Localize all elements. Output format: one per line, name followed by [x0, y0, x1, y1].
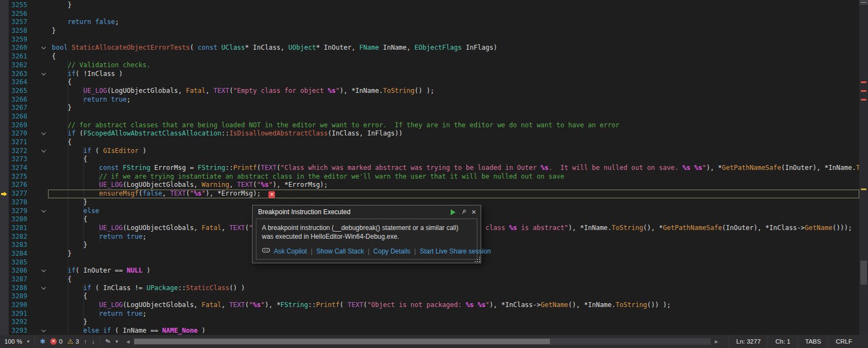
breakpoint-margin-cell[interactable]	[0, 61, 9, 70]
breakpoint-margin-cell[interactable]	[0, 155, 9, 164]
breakpoint-margin-cell[interactable]	[0, 138, 9, 147]
code-line[interactable]: 3256	[0, 10, 859, 19]
breakpoint-margin-cell[interactable]	[0, 310, 9, 318]
code-line[interactable]: 3289 {	[0, 292, 859, 301]
vertical-scrollbar-thumb[interactable]	[860, 261, 867, 285]
code-line[interactable]: 3267 }	[0, 104, 859, 113]
breakpoint-margin-cell[interactable]	[0, 327, 9, 335]
breakpoint-margin-cell[interactable]	[0, 233, 9, 241]
execution-pointer-margin[interactable]	[0, 190, 9, 198]
breakpoint-margin-cell[interactable]	[0, 147, 9, 156]
code-line[interactable]: 3268	[0, 113, 859, 121]
code-line[interactable]: 3274 const FString ErrorMsg = FString::P…	[0, 164, 859, 173]
breakpoint-margin-cell[interactable]	[0, 113, 9, 121]
horizontal-scrollbar[interactable]	[134, 338, 711, 345]
code-line[interactable]: 3288 if ( InClass != UPackage::StaticCla…	[0, 284, 859, 293]
breakpoint-margin-cell[interactable]	[0, 44, 9, 52]
code-line[interactable]: 3262 // Validation checks.	[0, 61, 859, 70]
error-count-badge[interactable]: ✕ 0	[50, 338, 62, 345]
navigate-next-button[interactable]: ↓	[92, 338, 95, 345]
fold-chevron-icon[interactable]	[39, 147, 48, 156]
breakpoint-margin-cell[interactable]	[0, 27, 9, 36]
line-indicator[interactable]: Ln: 3277	[729, 335, 768, 348]
breakpoint-margin-cell[interactable]	[0, 241, 9, 250]
pin-button[interactable]	[460, 209, 467, 215]
breakpoint-margin-cell[interactable]	[0, 301, 9, 310]
code-line[interactable]: 3271 {	[0, 138, 859, 147]
zoom-caret-icon[interactable]: ▾	[27, 339, 30, 344]
scroll-left-button[interactable]: ◀	[123, 339, 132, 344]
breakpoint-margin-cell[interactable]	[0, 121, 9, 130]
fold-chevron-icon[interactable]	[39, 44, 48, 52]
close-icon[interactable]: ✕	[471, 209, 476, 216]
tabs-indicator[interactable]: TABS	[798, 335, 828, 348]
breakpoint-margin-cell[interactable]	[0, 224, 9, 233]
breakpoint-margin-cell[interactable]	[0, 267, 9, 275]
breakpoint-margin-cell[interactable]	[0, 1, 9, 10]
editor-splitter-handle[interactable]	[859, 0, 868, 5]
breakpoint-margin-cell[interactable]	[0, 215, 9, 224]
scroll-right-button[interactable]: ▶	[712, 339, 721, 344]
breakpoint-margin-cell[interactable]	[0, 292, 9, 301]
vertical-scrollbar[interactable]	[859, 5, 868, 335]
breakpoint-margin-cell[interactable]	[0, 258, 9, 267]
breakpoint-margin-cell[interactable]	[0, 70, 9, 79]
code-line[interactable]: 3291 return true;	[0, 310, 859, 318]
show-call-stack-link[interactable]: Show Call Stack	[316, 247, 364, 255]
code-line[interactable]: 3287 {	[0, 275, 859, 284]
code-line[interactable]: 3277 ensureMsgf(false, TEXT("%s"), *Erro…	[0, 190, 859, 198]
code-line[interactable]: 3273 {	[0, 155, 859, 164]
breakpoint-margin-cell[interactable]	[0, 181, 9, 190]
code-cleanup-button[interactable]: ✎	[104, 337, 111, 346]
breakpoint-margin-cell[interactable]	[0, 10, 9, 19]
breakpoint-margin-cell[interactable]	[0, 129, 9, 138]
fold-chevron-icon[interactable]	[39, 129, 48, 138]
code-line[interactable]: 3276 UE_LOG(LogUObjectGlobals, Warning, …	[0, 181, 859, 190]
fold-chevron-icon[interactable]	[39, 267, 48, 275]
breakpoint-margin-cell[interactable]	[0, 87, 9, 96]
breakpoint-margin-cell[interactable]	[0, 104, 9, 113]
code-line[interactable]: 3270 if (FScopedAllowAbstractClassAlloca…	[0, 129, 859, 138]
code-line[interactable]: 3255 }	[0, 1, 859, 10]
code-line[interactable]: 3266 return true;	[0, 96, 859, 104]
ask-copilot-link[interactable]: Ask Copilot	[274, 247, 307, 255]
continue-button[interactable]	[450, 209, 456, 215]
warning-count-badge[interactable]: ⚠ 3	[68, 338, 79, 345]
column-indicator[interactable]: Ch: 1	[768, 335, 798, 348]
code-line[interactable]: 3286 if( InOuter == NULL )	[0, 267, 859, 275]
copy-details-link[interactable]: Copy Details	[373, 247, 410, 255]
code-line[interactable]: 3264 {	[0, 78, 859, 87]
breakpoint-margin-cell[interactable]	[0, 207, 9, 216]
breakpoint-margin-cell[interactable]	[0, 18, 9, 27]
code-line[interactable]: 3259	[0, 36, 859, 44]
code-cleanup-caret-icon[interactable]: ▾	[116, 339, 118, 344]
eol-indicator[interactable]: CRLF	[828, 335, 859, 348]
breakpoint-margin-cell[interactable]	[0, 78, 9, 87]
code-line[interactable]: 3261{	[0, 52, 859, 61]
breakpoint-margin-cell[interactable]	[0, 284, 9, 293]
breakpoint-margin-cell[interactable]	[0, 250, 9, 258]
code-line[interactable]: 3290 UE_LOG(LogUObjectGlobals, Fatal, TE…	[0, 301, 859, 310]
breakpoint-margin-cell[interactable]	[0, 275, 9, 284]
zoom-control[interactable]: 100 %	[4, 338, 22, 345]
breakpoint-margin-cell[interactable]	[0, 96, 9, 104]
breakpoint-margin-cell[interactable]	[0, 173, 9, 181]
breakpoint-margin-cell[interactable]	[0, 164, 9, 173]
code-line[interactable]: 3269 // for abstract classes that are be…	[0, 121, 859, 130]
code-line[interactable]: 3292 }	[0, 318, 859, 327]
code-line[interactable]: 3260bool StaticAllocateObjectErrorTests(…	[0, 44, 859, 52]
health-indicator-icon[interactable]: ✱	[40, 338, 45, 345]
code-editor[interactable]: 3255 }32563257 return false;3258}3259326…	[0, 0, 868, 335]
code-line[interactable]: 3265 UE_LOG(LogUObjectGlobals, Fatal, TE…	[0, 87, 859, 96]
code-line[interactable]: 3272 if ( GIsEditor )	[0, 147, 859, 156]
breakpoint-margin-cell[interactable]	[0, 318, 9, 327]
code-line[interactable]: 3275 // if we are trying instantiate an …	[0, 173, 859, 181]
breakpoint-margin-cell[interactable]	[0, 36, 9, 44]
fold-chevron-icon[interactable]	[39, 284, 48, 293]
fold-chevron-icon[interactable]	[39, 207, 48, 216]
breakpoint-margin-cell[interactable]	[0, 198, 9, 207]
breakpoint-hit-icon[interactable]: ✕	[268, 191, 275, 198]
code-line[interactable]: 3257 return false;	[0, 18, 859, 27]
breakpoint-margin-cell[interactable]	[0, 52, 9, 61]
fold-chevron-icon[interactable]	[39, 327, 48, 335]
